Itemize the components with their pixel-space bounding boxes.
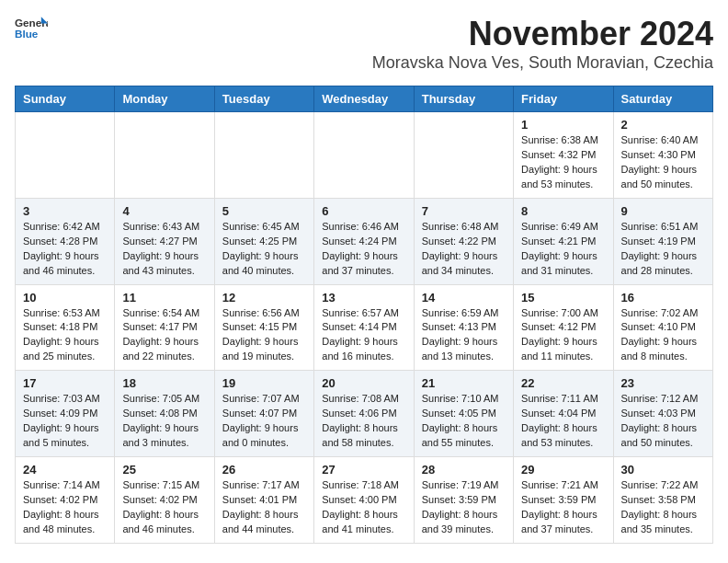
- calendar-week-5: 24Sunrise: 7:14 AMSunset: 4:02 PMDayligh…: [16, 457, 713, 544]
- day-info: Sunrise: 6:56 AMSunset: 4:15 PMDaylight:…: [222, 306, 306, 365]
- calendar-cell: 26Sunrise: 7:17 AMSunset: 4:01 PMDayligh…: [214, 457, 313, 544]
- day-number: 15: [521, 291, 605, 304]
- day-info: Sunrise: 6:42 AMSunset: 4:28 PMDaylight:…: [23, 220, 107, 279]
- day-info: Sunrise: 6:49 AMSunset: 4:21 PMDaylight:…: [521, 220, 605, 279]
- calendar-week-3: 10Sunrise: 6:53 AMSunset: 4:18 PMDayligh…: [16, 284, 713, 371]
- calendar-cell: 24Sunrise: 7:14 AMSunset: 4:02 PMDayligh…: [16, 457, 115, 544]
- calendar-cell: 29Sunrise: 7:21 AMSunset: 3:59 PMDayligh…: [514, 457, 613, 544]
- calendar-cell: 8Sunrise: 6:49 AMSunset: 4:21 PMDaylight…: [514, 198, 613, 284]
- day-info: Sunrise: 6:43 AMSunset: 4:27 PMDaylight:…: [122, 220, 206, 279]
- calendar-cell: 4Sunrise: 6:43 AMSunset: 4:27 PMDaylight…: [115, 198, 214, 284]
- day-info: Sunrise: 6:48 AMSunset: 4:22 PMDaylight:…: [422, 220, 506, 279]
- location-title: Moravska Nova Ves, South Moravian, Czech…: [372, 53, 713, 73]
- calendar-cell: 25Sunrise: 7:15 AMSunset: 4:02 PMDayligh…: [115, 457, 214, 544]
- day-number: 20: [322, 376, 405, 390]
- calendar-header-row: SundayMondayTuesdayWednesdayThursdayFrid…: [16, 86, 713, 112]
- day-number: 9: [621, 204, 705, 218]
- day-info: Sunrise: 7:11 AMSunset: 4:04 PMDaylight:…: [521, 392, 605, 451]
- calendar-cell: [314, 112, 414, 199]
- calendar-cell: 11Sunrise: 6:54 AMSunset: 4:17 PMDayligh…: [115, 284, 214, 371]
- page-header: General Blue November 2024 Moravska Nova…: [15, 15, 713, 82]
- calendar-cell: [16, 112, 115, 199]
- day-number: 12: [222, 291, 306, 304]
- calendar-cell: 22Sunrise: 7:11 AMSunset: 4:04 PMDayligh…: [514, 371, 613, 457]
- calendar-cell: 15Sunrise: 7:00 AMSunset: 4:12 PMDayligh…: [514, 284, 613, 371]
- day-info: Sunrise: 6:45 AMSunset: 4:25 PMDaylight:…: [222, 220, 306, 279]
- day-info: Sunrise: 7:10 AMSunset: 4:05 PMDaylight:…: [422, 392, 506, 451]
- day-number: 19: [222, 376, 306, 390]
- day-header-tuesday: Tuesday: [214, 86, 313, 112]
- calendar-week-1: 1Sunrise: 6:38 AMSunset: 4:32 PMDaylight…: [16, 112, 713, 199]
- day-header-friday: Friday: [514, 86, 613, 112]
- day-number: 26: [222, 463, 306, 477]
- calendar-cell: 17Sunrise: 7:03 AMSunset: 4:09 PMDayligh…: [16, 371, 115, 457]
- day-info: Sunrise: 6:54 AMSunset: 4:17 PMDaylight:…: [122, 306, 206, 365]
- day-info: Sunrise: 7:18 AMSunset: 4:00 PMDaylight:…: [322, 478, 405, 537]
- day-info: Sunrise: 7:02 AMSunset: 4:10 PMDaylight:…: [621, 306, 705, 365]
- day-number: 2: [621, 118, 705, 132]
- day-number: 24: [23, 463, 107, 477]
- calendar-cell: 10Sunrise: 6:53 AMSunset: 4:18 PMDayligh…: [16, 284, 115, 371]
- day-number: 11: [122, 291, 206, 304]
- calendar-cell: 6Sunrise: 6:46 AMSunset: 4:24 PMDaylight…: [314, 198, 414, 284]
- calendar-cell: 19Sunrise: 7:07 AMSunset: 4:07 PMDayligh…: [214, 371, 313, 457]
- day-info: Sunrise: 6:46 AMSunset: 4:24 PMDaylight:…: [322, 220, 405, 279]
- day-header-sunday: Sunday: [16, 86, 115, 112]
- day-number: 28: [422, 463, 506, 477]
- calendar-week-2: 3Sunrise: 6:42 AMSunset: 4:28 PMDaylight…: [16, 198, 713, 284]
- day-number: 5: [222, 204, 306, 218]
- day-info: Sunrise: 7:00 AMSunset: 4:12 PMDaylight:…: [521, 306, 605, 365]
- logo-icon: General Blue: [15, 15, 48, 40]
- calendar-cell: 9Sunrise: 6:51 AMSunset: 4:19 PMDaylight…: [613, 198, 712, 284]
- calendar-cell: 27Sunrise: 7:18 AMSunset: 4:00 PMDayligh…: [314, 457, 414, 544]
- day-header-monday: Monday: [115, 86, 214, 112]
- day-info: Sunrise: 7:19 AMSunset: 3:59 PMDaylight:…: [422, 478, 506, 537]
- calendar-week-4: 17Sunrise: 7:03 AMSunset: 4:09 PMDayligh…: [16, 371, 713, 457]
- day-info: Sunrise: 7:17 AMSunset: 4:01 PMDaylight:…: [222, 478, 306, 537]
- calendar-cell: 30Sunrise: 7:22 AMSunset: 3:58 PMDayligh…: [613, 457, 712, 544]
- calendar-cell: 5Sunrise: 6:45 AMSunset: 4:25 PMDaylight…: [214, 198, 313, 284]
- calendar-cell: 28Sunrise: 7:19 AMSunset: 3:59 PMDayligh…: [414, 457, 513, 544]
- day-number: 18: [122, 376, 206, 390]
- calendar-cell: 23Sunrise: 7:12 AMSunset: 4:03 PMDayligh…: [613, 371, 712, 457]
- svg-text:Blue: Blue: [15, 28, 39, 40]
- day-info: Sunrise: 7:05 AMSunset: 4:08 PMDaylight:…: [122, 392, 206, 451]
- day-number: 23: [621, 376, 705, 390]
- calendar-table: SundayMondayTuesdayWednesdayThursdayFrid…: [15, 86, 713, 544]
- day-info: Sunrise: 6:57 AMSunset: 4:14 PMDaylight:…: [322, 306, 405, 365]
- calendar-cell: 12Sunrise: 6:56 AMSunset: 4:15 PMDayligh…: [214, 284, 313, 371]
- day-header-thursday: Thursday: [414, 86, 513, 112]
- day-number: 4: [122, 204, 206, 218]
- calendar-cell: 13Sunrise: 6:57 AMSunset: 4:14 PMDayligh…: [314, 284, 414, 371]
- day-number: 8: [521, 204, 605, 218]
- day-number: 29: [521, 463, 605, 477]
- calendar-cell: 1Sunrise: 6:38 AMSunset: 4:32 PMDaylight…: [514, 112, 613, 199]
- calendar-cell: [115, 112, 214, 199]
- day-number: 3: [23, 204, 107, 218]
- day-info: Sunrise: 7:08 AMSunset: 4:06 PMDaylight:…: [322, 392, 405, 451]
- title-block: November 2024 Moravska Nova Ves, South M…: [372, 15, 713, 82]
- calendar-cell: 18Sunrise: 7:05 AMSunset: 4:08 PMDayligh…: [115, 371, 214, 457]
- day-info: Sunrise: 6:59 AMSunset: 4:13 PMDaylight:…: [422, 306, 506, 365]
- day-info: Sunrise: 6:40 AMSunset: 4:30 PMDaylight:…: [621, 133, 705, 192]
- day-info: Sunrise: 7:22 AMSunset: 3:58 PMDaylight:…: [621, 478, 705, 537]
- day-info: Sunrise: 7:12 AMSunset: 4:03 PMDaylight:…: [621, 392, 705, 451]
- day-number: 27: [322, 463, 405, 477]
- day-number: 21: [422, 376, 506, 390]
- day-number: 14: [422, 291, 506, 304]
- day-number: 22: [521, 376, 605, 390]
- day-number: 16: [621, 291, 705, 304]
- day-info: Sunrise: 7:14 AMSunset: 4:02 PMDaylight:…: [23, 478, 107, 537]
- day-number: 25: [122, 463, 206, 477]
- calendar-cell: 21Sunrise: 7:10 AMSunset: 4:05 PMDayligh…: [414, 371, 513, 457]
- day-info: Sunrise: 6:38 AMSunset: 4:32 PMDaylight:…: [521, 133, 605, 192]
- day-info: Sunrise: 7:21 AMSunset: 3:59 PMDaylight:…: [521, 478, 605, 537]
- day-number: 13: [322, 291, 405, 304]
- calendar-cell: 14Sunrise: 6:59 AMSunset: 4:13 PMDayligh…: [414, 284, 513, 371]
- day-info: Sunrise: 7:15 AMSunset: 4:02 PMDaylight:…: [122, 478, 206, 537]
- day-number: 7: [422, 204, 506, 218]
- logo: General Blue: [15, 15, 50, 40]
- calendar-cell: 7Sunrise: 6:48 AMSunset: 4:22 PMDaylight…: [414, 198, 513, 284]
- day-info: Sunrise: 7:07 AMSunset: 4:07 PMDaylight:…: [222, 392, 306, 451]
- day-number: 1: [521, 118, 605, 132]
